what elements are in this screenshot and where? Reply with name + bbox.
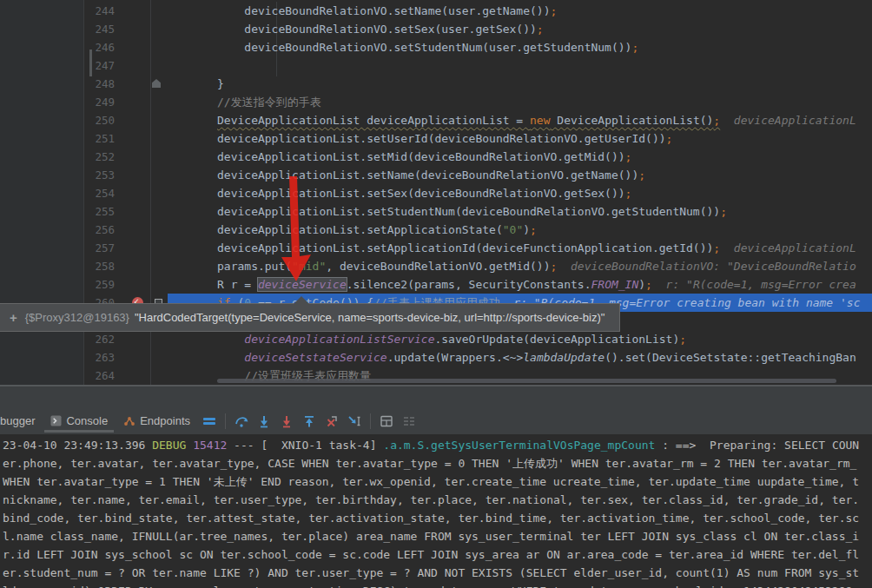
code-text: }: [217, 75, 224, 93]
run-to-cursor-button[interactable]: [347, 413, 362, 429]
code-text: DeviceApplicationList deviceApplicationL…: [217, 111, 856, 129]
code-line[interactable]: 253deviceApplicationList.setName(deviceB…: [0, 166, 872, 184]
code-line[interactable]: 248}: [0, 75, 872, 93]
console-line: l.name class_name, IFNULL(ar.tree_names,…: [3, 527, 872, 545]
hamburger-icon: [202, 414, 216, 428]
code-line[interactable]: 251deviceApplicationList.setUserId(devic…: [0, 129, 872, 148]
line-number: 247: [0, 56, 115, 75]
force-step-into-button[interactable]: [279, 413, 294, 429]
console-line: bind_code, ter.bind_state, ter.attest_st…: [3, 509, 872, 527]
step-out-button[interactable]: [301, 413, 317, 429]
line-number: 253: [0, 166, 115, 184]
line-number: 264: [0, 367, 115, 385]
line-number: 246: [0, 38, 115, 56]
drop-frame-button[interactable]: [324, 413, 340, 429]
console-line: WHEN ter.avatar_type = 1 THEN '未上传' END …: [3, 472, 872, 491]
code-line[interactable]: 263 deviceSetstateService.update(Wrapper…: [0, 348, 872, 367]
debug-toolbar: bugger Console: [0, 386, 872, 434]
console-line: r.id LEFT JOIN sys_school sc ON ter.scho…: [3, 545, 872, 564]
line-number: 263: [0, 348, 115, 367]
line-number: 259: [0, 275, 115, 294]
tab-debugger[interactable]: bugger: [0, 409, 43, 433]
console-line: nickname, ter.name, ter.email, ter.user_…: [3, 491, 872, 509]
step-out-icon: [302, 414, 316, 428]
force-step-into-icon: [280, 414, 294, 428]
line-number: 245: [0, 20, 115, 38]
line-number: 257: [0, 239, 115, 257]
line-number: 251: [0, 129, 115, 148]
tooltip-caret: [294, 296, 309, 304]
step-into-button[interactable]: [256, 413, 272, 429]
evaluate-expression-button[interactable]: [379, 413, 394, 429]
line-number: 258: [0, 257, 115, 275]
line-number: 250: [0, 111, 115, 129]
tab-console-label: Console: [66, 414, 108, 427]
endpoints-icon: [123, 415, 135, 427]
run-to-cursor-icon: [347, 414, 361, 428]
code-line[interactable]: 249//发送指令到的手表: [0, 93, 872, 111]
code-text: deviceSetstateService.update(Wrappers.<~…: [217, 348, 856, 367]
tooltip-object-value: "HardCodedTarget(type=DeviceService, nam…: [135, 311, 604, 324]
layout-settings-button[interactable]: [401, 413, 417, 429]
console-line: er.student_num = ? OR ter.name LIKE ?) A…: [3, 564, 872, 582]
fold-icon[interactable]: [152, 79, 161, 88]
code-line[interactable]: 262 deviceApplicationListService.saveOrU…: [0, 330, 872, 348]
code-line[interactable]: 250DeviceApplicationList deviceApplicati…: [0, 111, 872, 129]
toolbar-separator: [370, 413, 371, 429]
code-line[interactable]: 256deviceApplicationList.setApplicationS…: [0, 221, 872, 239]
code-text: deviceApplicationList.setMid(deviceBound…: [217, 148, 631, 166]
line-number: 256: [0, 221, 115, 239]
code-line[interactable]: 258params.put("mid", deviceBoundRelation…: [0, 257, 872, 275]
code-line[interactable]: 259R r = deviceService.silence2(params, …: [0, 275, 872, 294]
red-arrow-annotation: [278, 175, 314, 283]
debugger-value-tooltip[interactable]: + {$Proxy312@19163} "HardCodedTarget(typ…: [0, 303, 620, 332]
code-text: //发送指令到的手表: [217, 93, 321, 111]
step-over-icon: [235, 414, 248, 428]
tab-endpoints[interactable]: Endpoints: [116, 409, 198, 433]
evaluate-expression-icon: [380, 414, 393, 428]
code-line[interactable]: 246 deviceBoundRelationVO.setStudentNum(…: [0, 38, 872, 56]
ide-window: 244 deviceBoundRelationVO.setName(user.g…: [0, 0, 872, 588]
view-options-button[interactable]: [201, 413, 217, 429]
code-text: deviceBoundRelationVO.setName(user.getNa…: [217, 2, 557, 20]
step-over-button[interactable]: [234, 413, 249, 429]
tab-endpoints-label: Endpoints: [140, 414, 190, 427]
code-text: deviceBoundRelationVO.setSex(user.getSex…: [217, 20, 544, 38]
line-number: 255: [0, 202, 115, 221]
console-line: 23-04-10 23:49:13.396 DEBUG 15412 --- [ …: [3, 436, 872, 454]
drop-frame-icon: [325, 414, 339, 428]
line-number: 244: [0, 2, 115, 20]
horizontal-scrollbar[interactable]: [217, 379, 836, 383]
console-line: er.phone, ter.avatar, ter.avatar_type, C…: [3, 454, 872, 472]
tab-console[interactable]: Console: [43, 409, 116, 433]
code-line[interactable]: 245 deviceBoundRelationVO.setSex(user.ge…: [0, 20, 872, 38]
tab-debugger-label: bugger: [0, 414, 35, 427]
layout-settings-icon: [402, 414, 416, 428]
tooltip-object-ref: {$Proxy312@19163}: [25, 311, 129, 324]
code-editor[interactable]: 244 deviceBoundRelationVO.setName(user.g…: [0, 0, 872, 385]
console-panel[interactable]: 23-04-10 23:49:13.396 DEBUG 15412 --- [ …: [0, 434, 872, 588]
code-line[interactable]: 255deviceApplicationList.setStudentNum(d…: [0, 202, 872, 221]
line-number: 254: [0, 184, 115, 202]
line-number: 249: [0, 93, 115, 111]
code-line[interactable]: 257deviceApplicationList.setApplicationI…: [0, 239, 872, 257]
code-text: deviceApplicationList.setApplicationStat…: [217, 221, 537, 239]
step-into-icon: [257, 414, 271, 428]
toolbar-separator: [225, 413, 226, 429]
code-line[interactable]: 254deviceApplicationList.setSex(deviceBo…: [0, 184, 872, 202]
console-icon: [50, 415, 62, 426]
debug-toolbar-row: bugger Console: [0, 409, 420, 433]
code-text: deviceBoundRelationVO.setStudentNum(user…: [217, 38, 638, 56]
code-line[interactable]: 244 deviceBoundRelationVO.setName(user.g…: [0, 2, 872, 20]
code-line[interactable]: 247: [0, 56, 872, 75]
code-text: deviceApplicationList.setUserId(deviceBo…: [217, 129, 672, 148]
line-number: 262: [0, 330, 115, 348]
line-number: 252: [0, 148, 115, 166]
console-line: lder_user_id) ORDER BY gr.no, cl.no, ter…: [3, 582, 872, 588]
expand-node-icon[interactable]: +: [10, 310, 17, 325]
code-line[interactable]: 252deviceApplicationList.setMid(deviceBo…: [0, 148, 872, 166]
console-output: 23-04-10 23:49:13.396 DEBUG 15412 --- [ …: [3, 436, 872, 588]
line-number: 248: [0, 75, 115, 93]
code-text: deviceApplicationListService.saveOrUpdat…: [217, 330, 686, 348]
